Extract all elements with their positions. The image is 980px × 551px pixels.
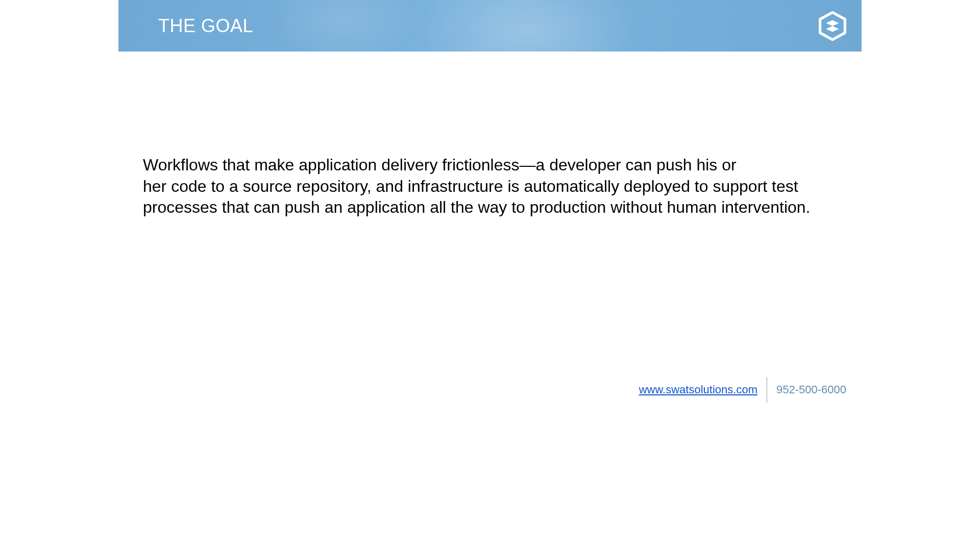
footer: www.swatsolutions.com 952-500-6000 <box>639 377 846 403</box>
content-area: Workflows that make application delivery… <box>143 155 837 218</box>
website-link[interactable]: www.swatsolutions.com <box>639 383 767 396</box>
body-paragraph: Workflows that make application delivery… <box>143 155 837 218</box>
phone-number: 952-500-6000 <box>767 383 846 396</box>
swat-hex-logo-icon <box>818 11 847 41</box>
slide-title: THE GOAL <box>158 15 253 37</box>
slide: THE GOAL Workflows that make application… <box>118 0 862 418</box>
header-banner: THE GOAL <box>118 0 862 52</box>
